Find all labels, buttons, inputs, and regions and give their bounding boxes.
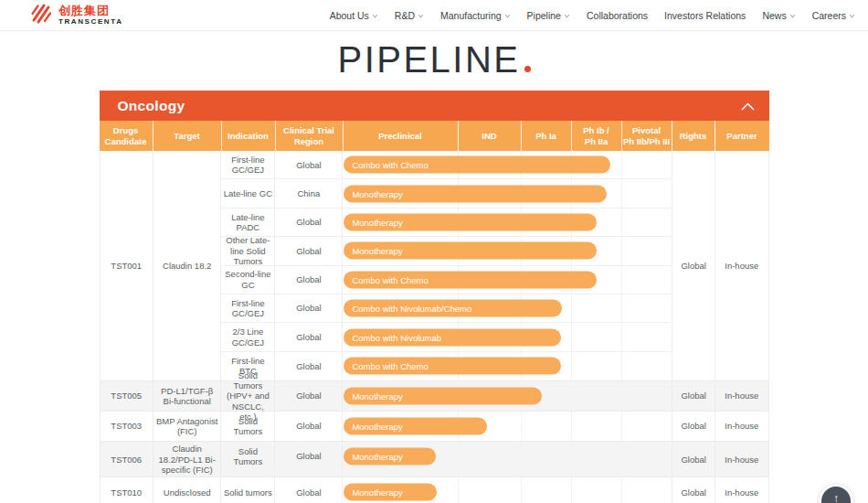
- progress-bar-label: Monotherapy: [344, 452, 402, 462]
- column-header-ph-ib-ph-iia: Ph Ib / Ph IIa: [572, 121, 622, 151]
- indication: First-line GC/GEJ: [221, 151, 275, 178]
- phase-gridline: [621, 266, 622, 294]
- phase-track: Monotherapy: [343, 209, 672, 236]
- main-nav: About UsR&DManufacturingPipelineCollabor…: [330, 10, 855, 21]
- rights: Global: [672, 381, 715, 411]
- clinical-trial-region: China: [275, 179, 343, 207]
- rights: Global: [672, 442, 715, 476]
- progress-bar-label: Combo with Chemo: [344, 274, 428, 284]
- clinical-trial-region: Global: [275, 237, 343, 264]
- logo[interactable]: 创胜集团 TRANSCENTA: [29, 1, 123, 29]
- indication: Second-line GC: [221, 266, 275, 294]
- phase-gridline: [571, 477, 572, 503]
- transcenta-logo-icon: [29, 1, 54, 29]
- column-header-target: Target: [153, 121, 222, 151]
- phase-track: Combo with Chemo: [343, 266, 672, 294]
- nav-item-collaborations[interactable]: Collaborations: [587, 10, 648, 21]
- back-to-top-button[interactable]: ↑: [819, 484, 853, 503]
- table-row-group-tst010: TST010UndisclosedSolid tumorsGlobalMonot…: [101, 477, 768, 503]
- nav-item-manufacturing[interactable]: Manufacturing: [440, 10, 511, 21]
- logo-cn-text: 创胜集团: [58, 5, 123, 16]
- phase-gridline: [571, 412, 572, 441]
- phase-track: Combo with Chemo: [343, 151, 672, 178]
- phase-gridline: [571, 323, 572, 350]
- indication: First-line GC/GEJ: [221, 294, 275, 322]
- table-row-group-tst005: TST005PD-L1/TGF-β Bi-functionalSolid Tum…: [101, 381, 768, 412]
- column-header-drugs-candidate: Drugs Candidate: [100, 121, 153, 151]
- progress-bar: Combo with Chemo: [344, 271, 597, 288]
- indication: Solid Tumors: [221, 442, 275, 471]
- phase-gridline: [621, 381, 622, 411]
- phase-gridline: [621, 412, 622, 441]
- nav-item-label: About Us: [330, 10, 369, 21]
- chevron-down-icon: [504, 14, 511, 18]
- progress-bar: Combo with Chemo: [344, 156, 610, 174]
- chevron-down-icon: [849, 14, 855, 18]
- phase-track: Combo with Chemo: [343, 352, 672, 380]
- phase-gridline: [621, 477, 622, 503]
- phase-track: Monotherapy: [343, 442, 672, 471]
- progress-bar-label: Monotherapy: [344, 188, 402, 198]
- progress-bar-label: Combo with Chemo: [344, 160, 428, 170]
- indication-rows: Solid tumorsGlobalMonotherapy: [221, 477, 672, 503]
- pipeline-row: Second-line GCGlobalCombo with Chemo: [221, 266, 672, 294]
- progress-bar: Combo with Nivolumab: [344, 328, 561, 346]
- chevron-up-icon[interactable]: [741, 98, 755, 114]
- progress-bar: Monotherapy: [344, 484, 437, 501]
- phase-gridline: [621, 442, 622, 471]
- nav-item-news[interactable]: News: [762, 10, 795, 21]
- indication: Late-line GC: [221, 179, 275, 207]
- phase-gridline: [571, 352, 572, 380]
- progress-bar-label: Monotherapy: [344, 217, 402, 227]
- drug-candidate: TST010: [101, 477, 154, 503]
- nav-item-label: Collaborations: [587, 10, 648, 21]
- pipeline-row: Late-line GCChinaMonotherapy: [221, 179, 672, 208]
- section-title: Oncology: [118, 98, 185, 114]
- target: Claudin 18.2/PD-L1 Bi-specific (FIC): [153, 442, 221, 476]
- drug-candidate: TST006: [101, 442, 154, 476]
- rights: Global: [672, 412, 715, 441]
- rights: Global: [672, 151, 715, 380]
- nav-item-careers[interactable]: Careers: [812, 10, 855, 21]
- phase-gridline: [621, 352, 622, 380]
- top-nav: 创胜集团 TRANSCENTA About UsR&DManufacturing…: [0, 0, 868, 31]
- phase-track: Monotherapy: [343, 412, 672, 441]
- pipeline-table: Oncology Drugs CandidateTargetIndication…: [100, 91, 769, 503]
- nav-item-label: R&D: [395, 10, 415, 21]
- table-row-group-tst003: TST003BMP Antagonist (FIC)Solid TumorsGl…: [101, 412, 768, 442]
- oncology-section-header[interactable]: Oncology: [100, 91, 769, 121]
- logo-en-text: TRANSCENTA: [58, 18, 123, 26]
- nav-item-label: Investors Relations: [664, 10, 746, 21]
- indication-rows: Solid TumorsGlobalMonotherapy: [221, 412, 672, 441]
- phase-gridline: [621, 237, 622, 264]
- progress-bar: Monotherapy: [344, 448, 436, 466]
- clinical-trial-region: Global: [275, 352, 343, 380]
- page-title: PIPELINE: [0, 40, 868, 79]
- drug-candidate: TST005: [101, 381, 154, 411]
- clinical-trial-region: Global: [275, 442, 343, 471]
- column-header-partner: Partner: [715, 121, 769, 151]
- phase-gridline: [621, 179, 622, 207]
- indication: Solid tumors: [221, 477, 275, 503]
- clinical-trial-region: Global: [275, 209, 343, 236]
- chevron-down-icon: [564, 14, 570, 18]
- target: PD-L1/TGF-β Bi-functional: [153, 381, 221, 411]
- partner: In-house: [715, 412, 768, 441]
- progress-bar-label: Combo with Nivolumab/Chemo: [344, 304, 471, 314]
- pipeline-row: Late-line PADCGlobalMonotherapy: [221, 209, 672, 237]
- column-header-row: Drugs CandidateTargetIndicationClinical …: [100, 121, 769, 151]
- clinical-trial-region: Global: [275, 151, 343, 178]
- indication-rows: First-line GC/GEJGlobalCombo with ChemoL…: [221, 151, 672, 380]
- nav-item-label: News: [762, 10, 786, 21]
- nav-item-pipeline[interactable]: Pipeline: [527, 10, 570, 21]
- phase-track: Monotherapy: [343, 237, 672, 264]
- nav-item-investors-relations[interactable]: Investors Relations: [664, 10, 746, 21]
- column-header-clinical-trial-region: Clinical Trial Region: [276, 121, 344, 151]
- phase-gridline: [621, 151, 622, 178]
- target: BMP Antagonist (FIC): [153, 412, 221, 441]
- phase-track: Combo with Nivolumab/Chemo: [343, 294, 672, 322]
- pipeline-row: First-line GC/GEJGlobalCombo with Nivolu…: [221, 294, 672, 323]
- nav-item-r-d[interactable]: R&D: [395, 10, 424, 21]
- phase-gridline: [458, 442, 459, 471]
- nav-item-about-us[interactable]: About Us: [330, 10, 378, 21]
